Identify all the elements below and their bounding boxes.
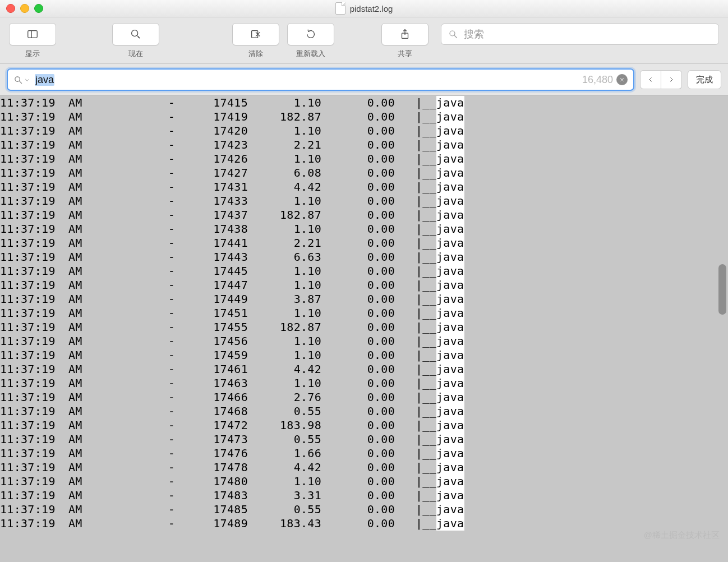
log-row: 11:37:19AM-174232.210.00 |__java [0, 138, 727, 152]
log-row: 11:37:19AM-17489183.430.00 |__java [0, 517, 727, 531]
log-row: 11:37:19AM-174662.760.00 |__java [0, 390, 727, 404]
clear-icon [250, 28, 262, 40]
clear-button[interactable] [232, 23, 279, 45]
log-row: 11:37:19AM-174261.100.00 |__java [0, 152, 727, 166]
x-icon [619, 77, 625, 82]
log-row: 11:37:19AM-174591.100.00 |__java [0, 348, 727, 362]
log-row: 11:37:19AM-174314.420.00 |__java [0, 180, 727, 194]
log-row: 11:37:19AM-174833.310.00 |__java [0, 489, 727, 503]
show-sidebar-button[interactable] [9, 23, 56, 45]
log-row: 11:37:19AM-17455182.870.00 |__java [0, 320, 727, 334]
log-row: 11:37:19AM-174451.100.00 |__java [0, 264, 727, 278]
maximize-window-button[interactable] [34, 4, 43, 13]
document-icon [335, 2, 345, 15]
svg-point-2 [132, 30, 138, 36]
log-row: 11:37:19AM-174761.660.00 |__java [0, 446, 727, 460]
log-row: 11:37:19AM-17437182.870.00 |__java [0, 208, 727, 222]
find-nav-buttons [640, 70, 682, 89]
log-row: 11:37:19AM-174471.100.00 |__java [0, 278, 727, 292]
log-row: 11:37:19AM-174381.100.00 |__java [0, 222, 727, 236]
log-row: 11:37:19AM-174493.870.00 |__java [0, 292, 727, 306]
log-row: 11:37:19AM-17472183.980.00 |__java [0, 418, 727, 432]
log-row: 11:37:19AM-174561.100.00 |__java [0, 334, 727, 348]
svg-point-11 [15, 76, 20, 81]
show-label: 显示 [25, 49, 40, 59]
titlebar: pidstat2.log [0, 0, 728, 17]
log-row: 11:37:19AM-174730.550.00 |__java [0, 432, 727, 446]
log-row: 11:37:19AM-174276.080.00 |__java [0, 166, 727, 180]
find-field[interactable]: java 16,480 [7, 68, 634, 91]
close-window-button[interactable] [6, 4, 15, 13]
toolbar-share-group: 共享 [381, 23, 428, 59]
global-search-input[interactable]: 搜索 [441, 24, 719, 45]
now-button[interactable] [112, 23, 159, 45]
log-row: 11:37:19AM-174436.630.00 |__java [0, 250, 727, 264]
toolbar-reload-group: 重新载入 [287, 23, 334, 59]
chevron-right-icon [668, 76, 675, 83]
log-row: 11:37:19AM-174331.100.00 |__java [0, 194, 727, 208]
find-prev-button[interactable] [640, 70, 661, 89]
find-next-button[interactable] [661, 70, 682, 89]
svg-line-10 [454, 35, 457, 38]
chevron-down-icon[interactable] [24, 77, 30, 83]
svg-line-12 [20, 81, 22, 83]
scrollbar-thumb[interactable] [718, 264, 726, 315]
reload-icon [305, 28, 317, 40]
toolbar: 显示 现在 清除 重新载入 [0, 17, 728, 64]
sidebar-icon [26, 28, 39, 40]
traffic-lights [6, 4, 43, 13]
log-row: 11:37:19AM-174850.550.00 |__java [0, 503, 727, 517]
log-row: 11:37:19AM-174784.420.00 |__java [0, 460, 727, 475]
log-row: 11:37:19AM-174614.420.00 |__java [0, 362, 727, 376]
search-icon [448, 29, 458, 39]
done-label: 完成 [696, 75, 713, 85]
log-row: 11:37:19AM-174680.550.00 |__java [0, 404, 727, 418]
find-bar: java 16,480 完成 [0, 64, 728, 96]
minimize-window-button[interactable] [20, 4, 29, 13]
toolbar-now-group: 现在 [112, 23, 159, 59]
log-row: 11:37:19AM-174151.100.00 |__java [0, 96, 727, 110]
log-rows: 11:37:19AM-174151.100.00 |__java11:37:19… [0, 96, 727, 531]
now-label: 现在 [128, 49, 143, 59]
svg-rect-4 [252, 31, 258, 38]
log-row: 11:37:19AM-174412.210.00 |__java [0, 236, 727, 250]
log-row: 11:37:19AM-174511.100.00 |__java [0, 306, 727, 320]
find-result-count: 16,480 [582, 74, 613, 86]
reload-button[interactable] [287, 23, 334, 45]
log-row: 11:37:19AM-174801.100.00 |__java [0, 475, 727, 489]
window: pidstat2.log 显示 现在 清除 [0, 0, 728, 562]
toolbar-clear-group: 清除 [232, 23, 279, 59]
global-search: 搜索 [441, 23, 719, 45]
log-row: 11:37:19AM-174631.100.00 |__java [0, 376, 727, 390]
find-value: java [35, 74, 54, 86]
log-row: 11:37:19AM-17419182.870.00 |__java [0, 110, 727, 124]
svg-rect-0 [28, 31, 38, 38]
log-content[interactable]: 11:37:19AM-174151.100.00 |__java11:37:19… [0, 96, 728, 562]
toolbar-show-group: 显示 [9, 23, 56, 59]
share-button[interactable] [381, 23, 428, 45]
log-row: 11:37:19AM-174201.100.00 |__java [0, 124, 727, 138]
watermark: @稀土掘金技术社区 [644, 530, 720, 541]
clear-find-button[interactable] [616, 74, 628, 85]
title-center: pidstat2.log [0, 2, 728, 15]
svg-point-9 [450, 31, 455, 36]
scrollbar[interactable] [718, 96, 726, 562]
find-done-button[interactable]: 完成 [688, 70, 721, 89]
find-search-icon [13, 75, 23, 85]
chevron-left-icon [647, 76, 654, 83]
scroll-to-now-icon [130, 28, 142, 40]
window-title: pidstat2.log [350, 4, 393, 13]
clear-label: 清除 [248, 49, 263, 59]
global-search-placeholder: 搜索 [464, 27, 484, 41]
share-label: 共享 [398, 49, 412, 59]
reload-label: 重新载入 [296, 49, 325, 59]
share-icon [399, 28, 411, 40]
